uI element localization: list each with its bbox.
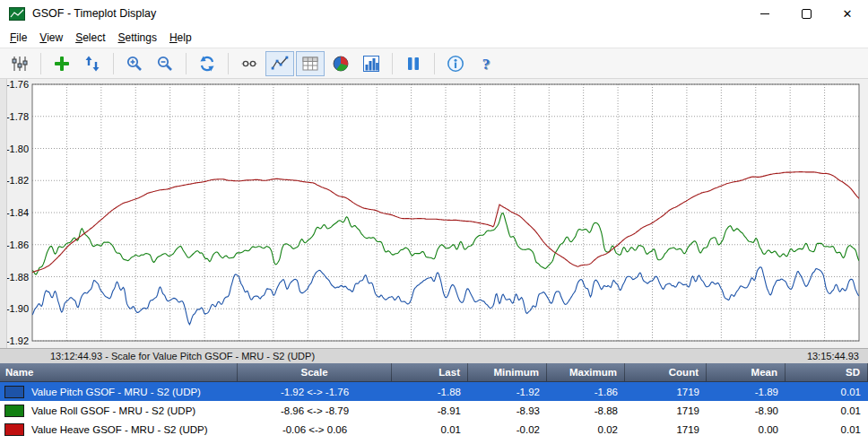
line-chart-button[interactable] (265, 51, 294, 76)
series-table: Name Scale Last Minimum Maximum Count Me… (0, 363, 868, 444)
autoscale-button[interactable] (78, 51, 107, 76)
scale-cell: -8.96 <-> -8.79 (238, 405, 392, 416)
column-header-last[interactable]: Last (392, 363, 468, 381)
timeplot-chart[interactable]: -1.76-1.78-1.80-1.82-1.84-1.86-1.88-1.90… (0, 79, 868, 348)
menu-settings[interactable]: Settings (112, 29, 163, 47)
pause-icon (404, 54, 423, 74)
line-chart-icon (270, 54, 290, 74)
window-controls: ✕ (744, 0, 868, 27)
maximize-button[interactable] (786, 0, 827, 27)
menu-select[interactable]: Select (69, 29, 111, 47)
menu-view[interactable]: View (33, 29, 69, 47)
minimum-cell: -0.02 (468, 424, 547, 435)
minimum-cell: -1.92 (468, 387, 547, 397)
column-header-count[interactable]: Count (625, 363, 707, 381)
add-icon (52, 54, 72, 74)
table-row-roll[interactable]: Value Roll GSOF - MRU - S2 (UDP) -8.96 <… (0, 401, 868, 420)
series-name: Value Roll GSOF - MRU - S2 (UDP) (31, 405, 195, 416)
close-button[interactable]: ✕ (827, 0, 868, 27)
window-title: GSOF - Timeplot Display (32, 7, 156, 20)
count-cell: 1719 (625, 405, 707, 416)
zoom-in-button[interactable] (120, 51, 149, 76)
toolbar-separator (113, 53, 114, 74)
last-cell: -1.88 (392, 387, 468, 397)
toolbar-separator (186, 53, 187, 74)
sd-cell: 0.01 (786, 405, 868, 416)
y-axis-tick-label: -1.84 (6, 207, 29, 218)
table-header-row: Name Scale Last Minimum Maximum Count Me… (0, 363, 868, 382)
grid-icon (300, 54, 320, 74)
table-row-pitch[interactable]: Value Pitch GSOF - MRU - S2 (UDP) -1.92 … (0, 382, 868, 401)
count-cell: 1719 (625, 387, 707, 397)
maximum-cell: 0.02 (547, 424, 625, 435)
column-header-name[interactable]: Name (0, 363, 238, 381)
column-header-sd[interactable]: SD (786, 363, 868, 381)
info-button[interactable] (441, 51, 470, 76)
histogram-icon (361, 54, 381, 74)
app-window: { "window": { "title": "GSOF - Timeplot … (0, 0, 868, 444)
menu-help[interactable]: Help (163, 29, 198, 47)
zoom-in-icon (125, 54, 144, 74)
scale-cell: -0.06 <-> 0.06 (238, 424, 392, 435)
series-color-swatch (4, 423, 24, 436)
pie-chart-button[interactable] (326, 51, 355, 76)
toolbar-separator (434, 53, 435, 74)
column-header-scale[interactable]: Scale (238, 363, 392, 381)
mean-cell: 0.00 (707, 424, 786, 435)
refresh-icon (197, 54, 217, 74)
name-cell: Value Roll GSOF - MRU - S2 (UDP) (0, 405, 238, 417)
minimize-button[interactable] (744, 0, 786, 27)
sliders-icon (10, 54, 30, 74)
splitter-handle[interactable] (0, 79, 7, 348)
series-color-swatch (4, 405, 24, 417)
maximum-cell: -1.86 (547, 387, 625, 397)
svg-text:?: ? (482, 56, 490, 73)
histogram-button[interactable] (357, 51, 386, 76)
titlebar[interactable]: GSOF - Timeplot Display ✕ (0, 0, 868, 27)
table-row-heave[interactable]: Value Heave GSOF - MRU - S2 (UDP) -0.06 … (0, 420, 868, 439)
chart-panel: -1.76-1.78-1.80-1.82-1.84-1.86-1.88-1.90… (0, 79, 868, 363)
column-header-maximum[interactable]: Maximum (547, 363, 625, 381)
name-cell: Value Heave GSOF - MRU - S2 (UDP) (0, 423, 238, 436)
y-axis-tick-label: -1.88 (6, 272, 29, 283)
help-button[interactable]: ?? (472, 51, 500, 76)
grid-button[interactable] (296, 51, 325, 76)
zoom-out-button[interactable] (151, 51, 179, 76)
refresh-button[interactable] (193, 51, 221, 76)
mean-cell: -8.90 (707, 405, 786, 416)
sd-cell: 0.01 (786, 387, 868, 397)
zoom-out-icon (155, 54, 175, 74)
info-icon (446, 54, 465, 74)
markers-button[interactable] (235, 51, 264, 76)
autoscale-icon (82, 54, 102, 74)
y-axis-tick-label: -1.90 (6, 303, 29, 314)
y-axis-tick-label: -1.78 (6, 111, 29, 122)
y-axis-tick-label: -1.80 (6, 144, 29, 154)
minimize-icon (760, 13, 769, 14)
help-icon: ?? (476, 54, 496, 74)
minimum-cell: -8.93 (468, 405, 547, 416)
series-name: Value Heave GSOF - MRU - S2 (UDP) (31, 424, 208, 435)
last-cell: -8.91 (392, 405, 468, 416)
menu-file[interactable]: File (4, 29, 33, 47)
pause-button[interactable] (399, 51, 428, 76)
menubar: File View Select Settings Help (0, 27, 868, 48)
sliders-button[interactable] (5, 51, 34, 76)
chart-status-bar: 13:12:44.93 - Scale for Value Pitch GSOF… (0, 348, 868, 363)
pie-chart-icon (331, 54, 351, 74)
add-button[interactable] (48, 51, 76, 76)
scale-cell: -1.92 <-> -1.76 (238, 387, 392, 397)
toolbar-separator (392, 53, 393, 74)
toolbar-separator (228, 53, 229, 74)
column-header-minimum[interactable]: Minimum (468, 363, 547, 381)
markers-icon (239, 54, 259, 74)
series-color-swatch (4, 386, 24, 398)
close-icon: ✕ (843, 8, 853, 20)
y-axis-tick-label: -1.76 (6, 79, 29, 90)
column-header-mean[interactable]: Mean (707, 363, 786, 381)
y-axis-tick-label: -1.86 (6, 239, 29, 250)
maximum-cell: -8.88 (547, 405, 625, 416)
mean-cell: -1.89 (707, 387, 786, 397)
table-filler (0, 439, 868, 444)
sd-cell: 0.01 (786, 424, 868, 435)
